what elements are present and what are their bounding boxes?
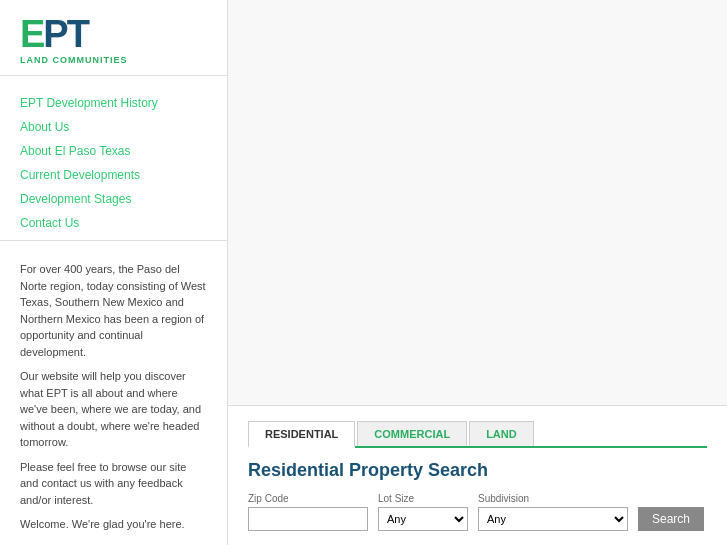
- sidebar-para-4: Welcome. We're glad you're here.: [20, 516, 207, 533]
- tab-residential[interactable]: RESIDENTIAL: [248, 421, 355, 448]
- logo-letters: EPT: [20, 15, 88, 53]
- sidebar-item-about-us[interactable]: About Us: [0, 115, 227, 139]
- content-top-area: [228, 0, 727, 405]
- logo: EPT: [20, 15, 207, 53]
- main-content: RESIDENTIAL COMMERCIAL LAND Residential …: [228, 0, 727, 545]
- sidebar-para-3: Please feel free to browse our site and …: [20, 459, 207, 509]
- zip-code-input[interactable]: [248, 507, 368, 531]
- sidebar-para-2: Our website will help you discover what …: [20, 368, 207, 451]
- tab-commercial[interactable]: COMMERCIAL: [357, 421, 467, 446]
- sidebar: EPT LAND COMMUNITIES EPT Development His…: [0, 0, 228, 545]
- subdivision-label: Subdivision: [478, 493, 628, 504]
- zip-code-group: Zip Code: [248, 493, 368, 531]
- sidebar-item-about-el-paso[interactable]: About El Paso Texas: [0, 139, 227, 163]
- search-button[interactable]: Search: [638, 507, 704, 531]
- logo-area: EPT LAND COMMUNITIES: [0, 0, 227, 76]
- zip-code-label: Zip Code: [248, 493, 368, 504]
- sidebar-item-current-developments[interactable]: Current Developments: [0, 163, 227, 187]
- page-wrapper: EPT LAND COMMUNITIES EPT Development His…: [0, 0, 727, 545]
- logo-e: E: [20, 13, 43, 55]
- sidebar-item-ept-history[interactable]: EPT Development History: [0, 91, 227, 115]
- search-form: Zip Code Lot Size Any Subdivision Any: [248, 493, 707, 531]
- tab-land[interactable]: LAND: [469, 421, 534, 446]
- sidebar-para-1: For over 400 years, the Paso del Norte r…: [20, 261, 207, 360]
- sidebar-description: For over 400 years, the Paso del Norte r…: [0, 251, 227, 545]
- subdivision-group: Subdivision Any: [478, 493, 628, 531]
- logo-p: P: [43, 13, 66, 55]
- subdivision-select[interactable]: Any: [478, 507, 628, 531]
- sidebar-item-contact-us[interactable]: Contact Us: [0, 211, 227, 235]
- search-title: Residential Property Search: [248, 460, 707, 481]
- logo-t: T: [67, 13, 88, 55]
- search-section: RESIDENTIAL COMMERCIAL LAND Residential …: [228, 405, 727, 546]
- logo-tagline: LAND COMMUNITIES: [20, 55, 207, 65]
- property-tabs: RESIDENTIAL COMMERCIAL LAND: [248, 421, 707, 448]
- sidebar-nav: EPT Development History About Us About E…: [0, 86, 227, 241]
- lot-size-group: Lot Size Any: [378, 493, 468, 531]
- lot-size-label: Lot Size: [378, 493, 468, 504]
- main-area: EPT LAND COMMUNITIES EPT Development His…: [0, 0, 727, 545]
- sidebar-item-development-stages[interactable]: Development Stages: [0, 187, 227, 211]
- lot-size-select[interactable]: Any: [378, 507, 468, 531]
